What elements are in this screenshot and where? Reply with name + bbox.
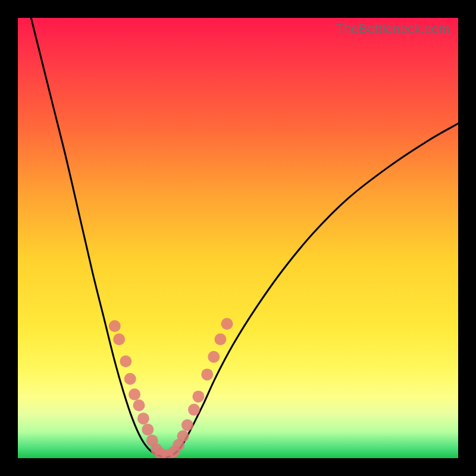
data-marker <box>124 373 136 385</box>
plot-area: TheBottleneck.com <box>18 18 458 458</box>
data-marker <box>177 430 189 442</box>
data-marker <box>109 320 121 332</box>
data-marker <box>137 412 149 424</box>
watermark: TheBottleneck.com <box>336 21 450 37</box>
data-marker <box>208 351 220 363</box>
data-marker <box>201 368 213 380</box>
data-marker <box>142 424 154 436</box>
data-marker <box>113 333 125 345</box>
curve-markers <box>109 318 233 458</box>
data-marker <box>120 355 131 367</box>
bottleneck-curve <box>31 18 458 458</box>
data-marker <box>133 399 145 411</box>
data-marker <box>181 419 193 431</box>
data-marker <box>214 333 226 345</box>
data-marker <box>188 404 200 416</box>
data-marker <box>221 318 233 330</box>
curve-layer <box>18 18 458 458</box>
data-marker <box>129 389 140 400</box>
chart-frame: TheBottleneck.com <box>0 0 476 476</box>
data-marker <box>192 390 204 402</box>
